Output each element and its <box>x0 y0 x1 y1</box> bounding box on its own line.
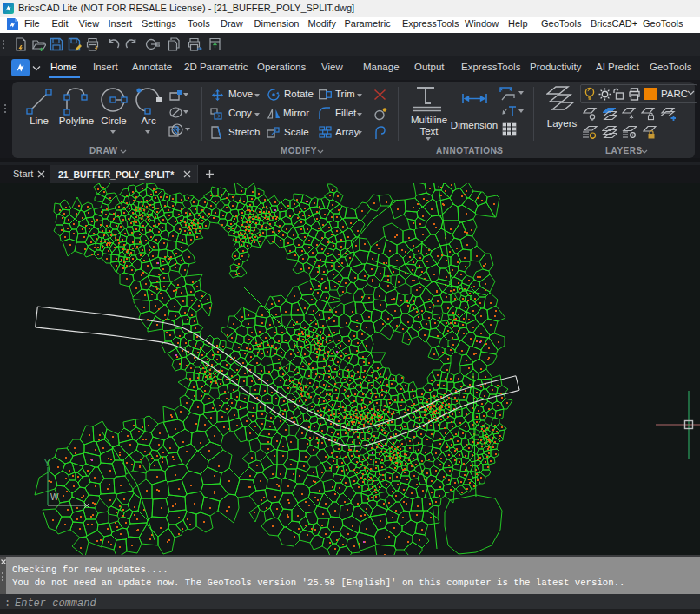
svg-text:Y: Y <box>44 459 50 468</box>
svg-text:W: W <box>50 492 59 502</box>
